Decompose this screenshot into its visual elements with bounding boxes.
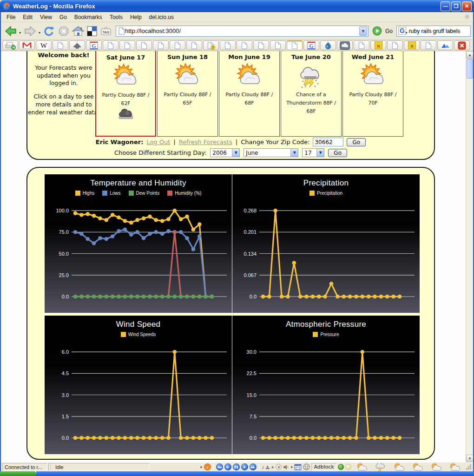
chevron-up-icon[interactable]: ▲ [271,465,275,469]
menu-item-edit[interactable]: Edit [19,13,36,22]
bookmark-wikipedia[interactable]: W [36,40,52,50]
data-point-precipitation[interactable] [354,295,358,299]
data-point-highs[interactable] [92,214,96,218]
speaker-icon[interactable] [283,464,290,470]
bookmark-page[interactable] [136,40,152,50]
media-next-button[interactable]: ▶▶ [250,463,257,470]
data-point-precipitation[interactable] [379,295,383,299]
data-point-lows[interactable] [135,230,139,234]
bookmark-page[interactable] [103,40,118,50]
data-point-precipitation[interactable] [373,295,377,299]
data-point-dew-points[interactable] [123,295,127,299]
bookmark-page-active[interactable] [287,40,303,50]
bookmark-page[interactable] [170,40,185,50]
data-point-highs[interactable] [105,218,109,222]
data-point-precipitation[interactable] [298,295,303,299]
data-point-pressure[interactable] [329,436,334,440]
back-dropdown-icon[interactable]: ▾ [19,31,21,35]
media-play-button[interactable]: ▶ [224,463,231,470]
home-button[interactable] [71,25,85,38]
bookmark-gmail[interactable] [19,40,35,50]
data-point-pressure[interactable] [273,436,277,440]
data-point-pressure[interactable] [385,436,389,440]
data-point-pressure[interactable] [311,436,315,440]
data-point-precipitation[interactable] [391,295,395,299]
scroll-down-icon[interactable]: ▼ [466,455,473,462]
bookmark-drupal[interactable] [320,40,336,50]
data-point-wind-speeds[interactable] [135,436,139,440]
bookmark-page[interactable] [186,40,202,50]
mini-thunderstorm-icon[interactable] [375,463,387,471]
data-point-dew-points[interactable] [154,295,158,299]
data-point-precipitation[interactable] [304,295,309,299]
data-point-highs[interactable] [111,213,115,217]
bookmark-page[interactable] [153,40,169,50]
scroll-up-icon[interactable]: ▲ [466,51,473,59]
data-point-humidity[interactable] [173,230,177,234]
data-point-precipitation[interactable] [280,295,284,299]
data-point-pressure[interactable] [379,436,383,440]
bookmark-page[interactable] [53,40,68,50]
data-point-highs[interactable] [117,216,121,220]
data-point-dew-points[interactable] [86,295,90,299]
data-point-pressure[interactable] [323,436,327,440]
bookmark-close[interactable] [454,40,470,50]
logout-link[interactable]: Log Out [146,139,170,145]
zip-go-button[interactable]: Go [347,138,366,146]
data-point-pressure[interactable] [298,436,303,440]
data-point-highs[interactable] [173,209,177,213]
title-bar[interactable]: WeatherLog - Mozilla Firefox — ❐ ✕ [0,0,474,12]
go-button-label[interactable]: Go [385,28,393,34]
data-point-highs[interactable] [185,215,189,219]
data-point-lows[interactable] [148,232,152,236]
data-point-lows[interactable] [98,236,102,240]
chevron-down-icon[interactable]: ▼ [290,149,298,157]
data-point-highs[interactable] [86,212,90,216]
month-select[interactable]: June▼ [244,148,298,157]
data-point-highs[interactable] [198,222,202,226]
data-point-precipitation[interactable] [329,282,334,286]
bookmark-device[interactable] [2,40,18,50]
data-point-precipitation[interactable] [348,295,352,299]
forward-button[interactable] [23,25,38,38]
data-point-pressure[interactable] [398,436,402,440]
data-point-wind-speeds[interactable] [185,436,189,440]
data-point-precipitation[interactable] [317,295,321,299]
bookmark-page[interactable] [354,40,369,50]
data-point-wind-speeds[interactable] [154,436,158,440]
data-point-wind-speeds[interactable] [179,436,183,440]
data-point-wind-speeds[interactable] [92,436,96,440]
window-disk-icon[interactable] [294,464,302,470]
data-point-lows[interactable] [123,227,127,231]
data-point-precipitation[interactable] [342,295,346,299]
day-select[interactable]: 17▼ [302,148,324,157]
data-point-pressure[interactable] [342,436,346,440]
data-point-wind-speeds[interactable] [204,436,208,440]
url-bar[interactable]: ▼ [116,26,369,37]
bookmark-page[interactable] [387,40,403,50]
data-point-lows[interactable] [166,229,171,233]
data-point-lows[interactable] [73,230,78,234]
data-point-pressure[interactable] [336,436,340,440]
data-point-wind-speeds[interactable] [79,436,84,440]
mini-partly-cloudy-icon[interactable] [412,463,424,471]
forward-dropdown-icon[interactable]: ▾ [39,31,40,35]
bookmark-page[interactable] [253,40,269,50]
data-point-dew-points[interactable] [204,295,208,299]
media-pause-button[interactable]: ❚❚ [233,463,240,470]
data-point-lows[interactable] [160,232,165,236]
data-point-highs[interactable] [166,217,171,221]
data-point-wind-speeds[interactable] [123,436,127,440]
forecast-card-wed-june-21[interactable]: Wed June 21Partly Cloudy 88F / 70F [342,51,403,137]
data-point-pressure[interactable] [292,436,296,440]
chevron-down-icon[interactable]: ▼ [316,149,324,157]
bookmark-page-badge[interactable]: ? [203,40,219,50]
forecast-card-sun-june-18[interactable]: Sun June 18Partly Cloudy 88F / 65F [157,51,218,137]
data-point-dew-points[interactable] [148,295,152,299]
menu-item-go[interactable]: Go [56,13,71,22]
tag-button[interactable]: TAG [99,25,113,38]
data-point-pressure[interactable] [317,436,321,440]
data-point-highs[interactable] [135,218,139,222]
data-point-wind-speeds[interactable] [166,436,171,440]
data-point-precipitation[interactable] [361,295,365,299]
